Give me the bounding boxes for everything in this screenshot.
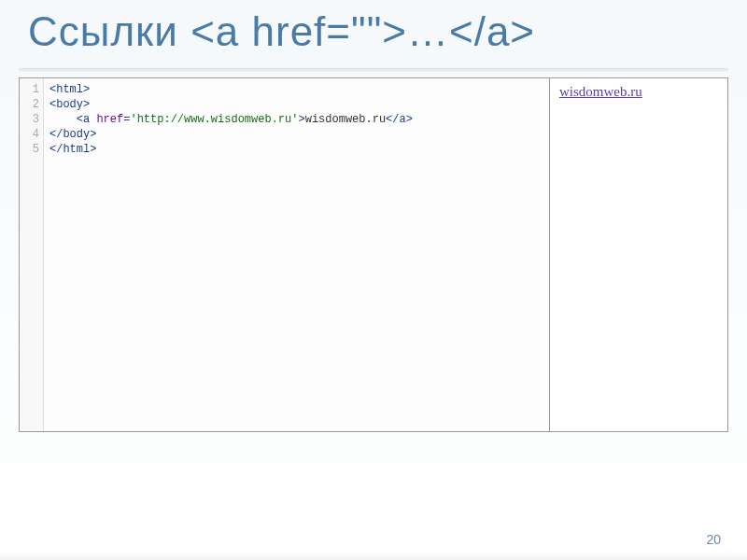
line-number: 2 bbox=[20, 97, 39, 112]
preview-panel: wisdomweb.ru bbox=[550, 78, 727, 431]
code-tag: <a bbox=[77, 113, 97, 126]
code-indent bbox=[49, 113, 77, 126]
code-tag: > bbox=[298, 113, 304, 126]
code-tag: </a> bbox=[386, 113, 413, 126]
code-text: wisdomweb.ru bbox=[305, 113, 386, 126]
line-number: 3 bbox=[20, 112, 39, 127]
preview-link[interactable]: wisdomweb.ru bbox=[559, 84, 642, 99]
content-area: 1 2 3 4 5 <html> <body> <a href='http://… bbox=[19, 77, 728, 432]
slide: Ссылки <a href="">…</a> 1 2 3 4 5 <html>… bbox=[0, 0, 747, 560]
bottom-shadow bbox=[0, 553, 747, 560]
line-number: 4 bbox=[20, 127, 39, 142]
title-underline bbox=[19, 68, 728, 70]
code-tag: </body> bbox=[49, 128, 96, 141]
code-string: http://www.wisdomweb.ru bbox=[137, 113, 292, 126]
code-attr: href bbox=[96, 113, 123, 126]
line-number: 5 bbox=[20, 142, 39, 157]
code-editor: <html> <body> <a href='http://www.wisdom… bbox=[44, 78, 549, 431]
line-number-gutter: 1 2 3 4 5 bbox=[20, 78, 44, 431]
page-number: 20 bbox=[706, 532, 721, 547]
code-panel: 1 2 3 4 5 <html> <body> <a href='http://… bbox=[20, 78, 550, 431]
code-tag: <body> bbox=[49, 98, 90, 111]
code-tag: </html> bbox=[49, 143, 96, 156]
code-tag: <html> bbox=[49, 83, 90, 96]
code-quote: ' bbox=[130, 113, 136, 126]
slide-title: Ссылки <a href="">…</a> bbox=[0, 0, 747, 68]
line-number: 1 bbox=[20, 82, 39, 97]
